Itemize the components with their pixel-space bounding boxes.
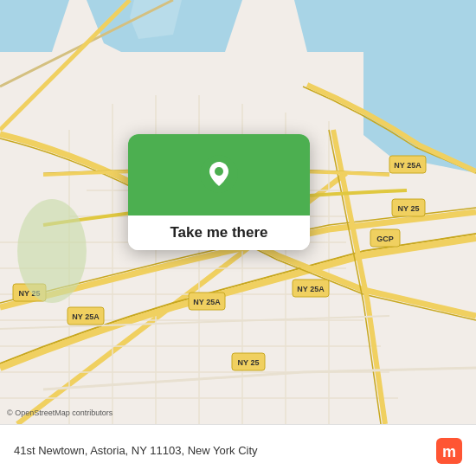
svg-text:m: m xyxy=(442,443,456,460)
location-text: 41st Newtown, Astoria, NY 11103, New Yor… xyxy=(14,444,436,457)
moovit-logo: m xyxy=(436,438,462,464)
take-me-there-button[interactable]: Take me there xyxy=(128,215,310,250)
action-card: Take me there xyxy=(128,134,310,250)
location-pin-icon xyxy=(200,155,238,193)
svg-text:NY 25A: NY 25A xyxy=(297,285,325,293)
copyright-text: © OpenStreetMap contributors xyxy=(7,408,113,417)
svg-point-37 xyxy=(17,199,87,303)
svg-text:NY 25A: NY 25A xyxy=(394,161,421,170)
bottom-bar: 41st Newtown, Astoria, NY 11103, New Yor… xyxy=(0,424,476,476)
svg-text:NY 25A: NY 25A xyxy=(72,312,100,321)
svg-text:NY 25: NY 25 xyxy=(398,204,420,213)
svg-text:NY 25A: NY 25A xyxy=(193,298,221,306)
svg-point-39 xyxy=(215,167,223,176)
svg-text:GCP: GCP xyxy=(376,235,394,243)
card-green-area xyxy=(128,134,310,215)
moovit-logo-svg: m xyxy=(436,438,462,464)
svg-text:NY 25: NY 25 xyxy=(238,358,260,367)
